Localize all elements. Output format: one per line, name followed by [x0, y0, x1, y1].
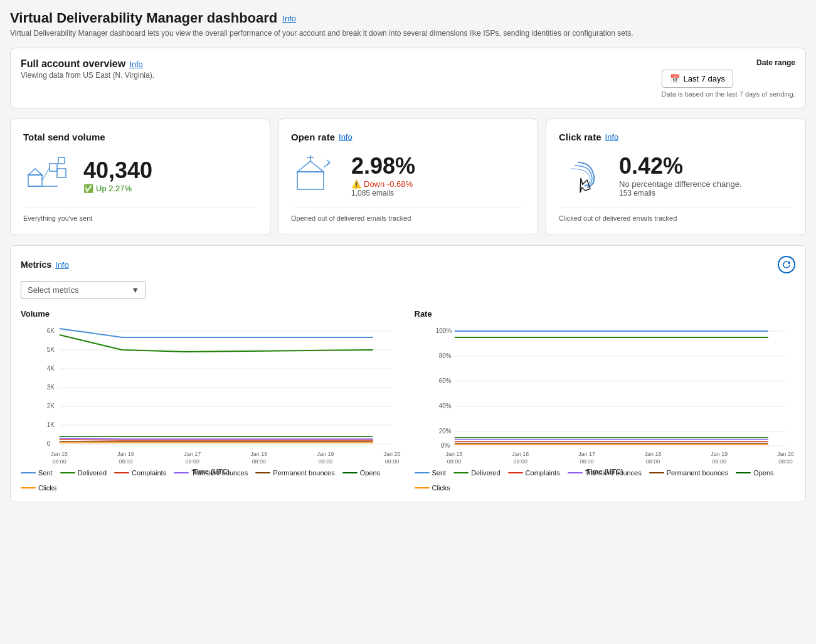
overview-info-link[interactable]: Info [129, 60, 143, 69]
rate-chart-area: 100% 80% 60% 40% 20% 0% [415, 324, 796, 462]
legend-container: Sent Delivered Complaints Transient boun… [21, 462, 795, 492]
volume-chart-svg: 6K 5K 4K 3K 2K 1K 0 [21, 324, 402, 449]
svg-text:80%: 80% [438, 352, 451, 359]
open-rate-value: 2.98% [351, 153, 525, 179]
charts-grid: Volume 6K 5K 4K 3K 2K 1K 0 [21, 309, 795, 462]
metrics-section-title: Metrics Info [21, 260, 69, 270]
open-rate-change: ⚠️ Down -0.68% [351, 179, 525, 189]
svg-text:60%: 60% [438, 377, 451, 384]
svg-rect-7 [297, 172, 324, 189]
metric-card-send-volume: Total send volume 40,340 ✅ Up 2.27% [10, 119, 270, 235]
svg-text:0: 0 [47, 440, 51, 447]
svg-text:20%: 20% [438, 428, 451, 435]
svg-text:1K: 1K [47, 421, 55, 428]
rate-chart-svg: 100% 80% 60% 40% 20% 0% [415, 324, 796, 449]
date-range-label: Date range [662, 58, 795, 67]
select-metrics-dropdown[interactable]: Select metrics ▼ [21, 281, 146, 299]
page-header: Virtual Deliverability Manager dashboard… [10, 10, 806, 38]
overview-title: Full account overview Info [21, 58, 154, 70]
open-rate-icon [291, 150, 341, 200]
volume-x-labels: Jan 1508:00 Jan 1608:00 Jan 1708:00 Jan … [21, 451, 402, 465]
svg-text:2K: 2K [47, 403, 55, 409]
rate-x-labels: Jan 1508:00 Jan 1608:00 Jan 1708:00 Jan … [415, 451, 796, 465]
rate-chart-title: Rate [415, 309, 796, 319]
open-rate-footer: Opened out of delivered emails tracked [291, 208, 525, 222]
svg-marker-1 [28, 169, 42, 175]
overview-subtitle: Viewing data from US East (N. Virginia). [21, 71, 154, 80]
svg-text:5K: 5K [47, 346, 55, 353]
overview-card: Full account overview Info Viewing data … [10, 48, 806, 108]
metric-card-click-rate: Click rate Info 0.42% No percentage diff… [546, 119, 806, 235]
open-rate-info-link[interactable]: Info [339, 132, 352, 142]
legend-item-clicks: Clicks [21, 484, 56, 492]
volume-chart-title: Volume [21, 309, 402, 319]
legend-line-clicks [21, 487, 36, 488]
chart-section: Metrics Info Select metrics ▼ Volume 6K [10, 245, 806, 502]
svg-text:100%: 100% [435, 327, 452, 334]
svg-rect-4 [58, 157, 65, 164]
date-range-section: Date range 📅 Last 7 days Data is based o… [662, 58, 795, 98]
send-volume-value: 40,340 [83, 157, 257, 184]
metrics-row: Total send volume 40,340 ✅ Up 2.27% [10, 119, 806, 235]
svg-rect-5 [57, 169, 66, 177]
rate-chart-container: Rate 100% 80% 60% 40% 20% 0% [415, 309, 796, 462]
refresh-button[interactable] [778, 256, 795, 273]
page-title: Virtual Deliverability Manager dashboard… [10, 10, 806, 26]
send-volume-change: ✅ Up 2.27% [83, 184, 257, 193]
page-info-link[interactable]: Info [282, 14, 296, 23]
click-rate-info-link[interactable]: Info [605, 132, 619, 142]
svg-text:40%: 40% [438, 403, 451, 409]
calendar-icon: 📅 [670, 74, 680, 83]
volume-chart-container: Volume 6K 5K 4K 3K 2K 1K 0 [21, 309, 402, 462]
svg-line-6 [42, 167, 50, 181]
svg-text:3K: 3K [47, 384, 55, 391]
svg-text:0%: 0% [440, 442, 450, 449]
metrics-info-link[interactable]: Info [55, 260, 69, 270]
click-rate-footer: Clicked out of delivered emails tracked [559, 208, 793, 222]
click-rate-icon [559, 150, 609, 200]
page-subtitle: Virtual Deliverability Manager dashboard… [10, 29, 806, 38]
volume-x-title: Time (UTC) [21, 468, 402, 475]
chevron-down-icon: ▼ [131, 285, 139, 295]
date-range-button[interactable]: 📅 Last 7 days [662, 70, 734, 88]
svg-marker-8 [297, 161, 324, 172]
click-rate-sub: 153 emails [619, 189, 793, 198]
date-range-note: Data is based on the last 7 days of send… [662, 90, 795, 98]
svg-text:6K: 6K [47, 327, 55, 334]
send-volume-icon [23, 150, 73, 200]
open-rate-sub: 1,085 emails [351, 189, 525, 198]
refresh-icon [782, 260, 791, 269]
svg-rect-3 [50, 164, 57, 171]
metric-card-open-rate: Open rate Info 2.98% ⚠️ Down -0 [278, 119, 538, 235]
click-rate-value: 0.42% [619, 153, 793, 179]
rate-x-title: Time (UTC) [415, 468, 796, 475]
svg-rect-0 [28, 175, 42, 186]
volume-chart-area: 6K 5K 4K 3K 2K 1K 0 [21, 324, 402, 462]
rate-legend-item-clicks: Clicks [415, 484, 450, 492]
click-rate-change: No percentage difference change. [619, 179, 793, 189]
send-volume-footer: Everything you've sent [23, 208, 257, 222]
svg-text:4K: 4K [47, 365, 55, 372]
svg-line-12 [327, 160, 330, 162]
